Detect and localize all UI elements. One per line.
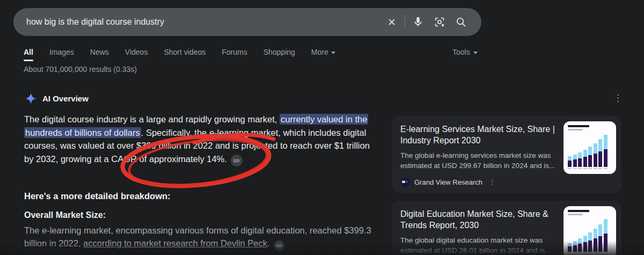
ai-overview-paragraph: The digital course industry is a large a… [24,113,378,166]
card-title[interactable]: Digital Education Market Size, Share & T… [400,208,559,231]
tab-shopping[interactable]: Shopping [264,45,295,56]
tab-short-videos[interactable]: Short videos [164,45,206,56]
detail-paragraph: The e-learning market, encompassing vari… [24,224,378,251]
source-cards: E-learning Services Market Size, Share |… [392,116,621,255]
lens-search-button[interactable] [429,11,450,33]
chevron-down-icon [473,52,478,54]
source-name: Grand View Research [414,178,482,186]
citation-link-button[interactable] [231,155,243,166]
thumbnail-title-line [568,210,589,212]
card-source-row: Grand View Research ⋮ [400,177,614,187]
ai-overview-label: AI Overview [42,94,89,103]
thumbnail-axis-labels [568,253,612,254]
voice-search-button[interactable] [407,11,429,33]
card-menu-button[interactable]: ⋮ [489,179,496,186]
breakdown-heading: Here's a more detailed breakdown: [24,191,171,201]
source-card[interactable]: E-learning Services Market Size, Share |… [392,116,621,193]
tab-all[interactable]: All [24,45,33,56]
search-icon [455,16,467,28]
card-description: The global digital education market size… [400,235,561,255]
result-stats: About 701,000,000 results (0.33s) [24,65,137,74]
lens-icon [434,16,445,28]
overflow-menu-button[interactable]: ⋮ [613,93,621,103]
microphone-icon [412,16,424,28]
source-card[interactable]: Digital Education Market Size, Share & T… [392,201,621,255]
source-text-link[interactable]: according to market research from Devlin… [83,238,267,248]
card-thumbnail[interactable] [564,206,616,255]
card-thumbnail[interactable] [564,121,616,174]
search-input[interactable]: how big is the digital course industry [13,17,381,27]
thumbnail-axis-labels [568,168,612,169]
search-divider [405,15,405,29]
tab-news[interactable]: News [90,45,109,56]
overall-market-size-heading: Overall Market Size: [24,210,106,220]
tab-more[interactable]: More [311,45,335,56]
thumbnail-subtitle-line [568,214,583,215]
search-submit-button[interactable] [450,11,472,33]
tab-images[interactable]: Images [49,45,74,56]
clear-search-button[interactable]: ✕ [381,11,402,33]
ai-overview-body: The digital course industry is a large a… [24,113,378,166]
citation-link-button[interactable] [274,241,284,251]
ai-overview-header: AI Overview [25,93,89,104]
close-icon: ✕ [387,17,396,27]
card-title[interactable]: E-learning Services Market Size, Share |… [400,123,559,146]
link-icon [233,157,240,164]
tools-button[interactable]: Tools [452,48,478,56]
link-icon [276,243,282,249]
grand-view-research-favicon [400,177,410,187]
card-description: The global e-learning services market si… [400,150,561,171]
search-bar[interactable]: how big is the digital course industry ✕ [13,8,481,36]
active-tab-underline [24,60,33,61]
bar-chart-thumbnail [568,134,612,167]
tab-forums[interactable]: Forums [222,45,247,56]
chevron-down-icon [331,52,335,54]
thumbnail-title-line [568,125,589,127]
bar-chart-thumbnail [568,218,612,252]
results-nav: All Images News Videos Short videos Foru… [24,45,644,63]
tab-videos[interactable]: Videos [125,45,148,56]
ai-sparkle-icon [25,93,36,104]
thumbnail-subtitle-line [568,129,583,130]
